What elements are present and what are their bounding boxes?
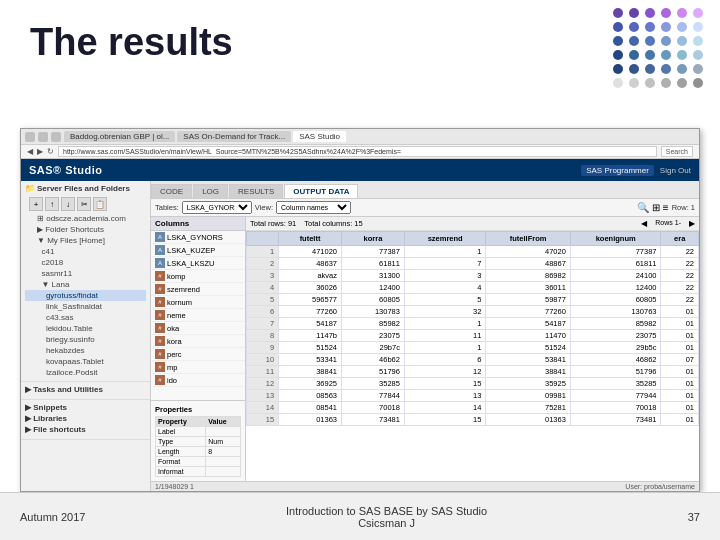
property-table: Property Value Label TypeNum Length8 For… bbox=[155, 416, 241, 477]
column-item-10[interactable]: #mp bbox=[151, 361, 245, 374]
sidebar-item-c43[interactable]: c43.sas bbox=[25, 312, 146, 323]
row-nav-left[interactable]: ◀ bbox=[641, 219, 647, 228]
sidebar-btn-2[interactable]: ↑ bbox=[45, 197, 59, 211]
col-header-1[interactable]: futeltt bbox=[279, 232, 342, 246]
col-name-10: mp bbox=[167, 363, 177, 372]
cell-8-0: 9 bbox=[247, 342, 279, 354]
total-cols-info: Total columns: 15 bbox=[304, 219, 362, 228]
decorative-dot-1 bbox=[629, 8, 639, 18]
column-item-11[interactable]: #ido bbox=[151, 374, 245, 387]
browser-tab-1[interactable]: SAS On-Demand for Track... bbox=[177, 131, 291, 142]
filter-icon[interactable]: 🔍 bbox=[637, 202, 649, 213]
nav-back[interactable]: ◀ bbox=[27, 147, 33, 156]
sidebar-item-sasmr11[interactable]: sasmr11 bbox=[25, 268, 146, 279]
cell-5-0: 6 bbox=[247, 306, 279, 318]
cell-6-3: 1 bbox=[404, 318, 485, 330]
column-item-0[interactable]: ALSKA_GYNORS bbox=[151, 231, 245, 244]
column-item-2[interactable]: ALSKA_LKSZU bbox=[151, 257, 245, 270]
browser-tabs: Baddog.obrenian GBP | ol...SAS On-Demand… bbox=[64, 131, 695, 142]
col-header-0[interactable] bbox=[247, 232, 279, 246]
column-item-7[interactable]: #oka bbox=[151, 322, 245, 335]
col-header-3[interactable]: szemrend bbox=[404, 232, 485, 246]
cell-1-3: 7 bbox=[404, 258, 485, 270]
sidebar-item-c41[interactable]: c41 bbox=[25, 246, 146, 257]
col-type-icon-8: # bbox=[155, 336, 165, 346]
window-close[interactable] bbox=[51, 132, 61, 142]
cell-10-3: 12 bbox=[404, 366, 485, 378]
sidebar-item-lana[interactable]: ▼ Lana bbox=[25, 279, 146, 290]
sas-tab-results[interactable]: RESULTS bbox=[229, 184, 283, 198]
status-right: User: proba/username bbox=[625, 483, 695, 490]
sidebar-item-briegy-susinfo[interactable]: briegy.susinfo bbox=[25, 334, 146, 345]
sidebar-item-sas-server[interactable]: ⊞ odscze.academia.com bbox=[25, 213, 146, 224]
sidebar-btn-4[interactable]: ✂ bbox=[77, 197, 91, 211]
col-header-4[interactable]: futellFrom bbox=[486, 232, 570, 246]
sas-programmer-btn[interactable]: SAS Programmer bbox=[581, 165, 654, 176]
sas-tab-log[interactable]: LOG bbox=[193, 184, 228, 198]
nav-refresh[interactable]: ↻ bbox=[47, 147, 54, 156]
cell-12-5: 77944 bbox=[570, 390, 661, 402]
sidebar-item-kovapaas-tablet[interactable]: kovapaas.Tablet bbox=[25, 356, 146, 367]
sidebar-item-my-files[interactable]: ▼ My Files [Home] bbox=[25, 235, 146, 246]
cell-13-5: 70018 bbox=[570, 402, 661, 414]
browser-tab-2[interactable]: SAS Studio bbox=[293, 131, 346, 142]
cell-9-3: 6 bbox=[404, 354, 485, 366]
cell-5-3: 32 bbox=[404, 306, 485, 318]
sidebar-item-lekidou-table[interactable]: lekidou.Table bbox=[25, 323, 146, 334]
decorative-dot-23 bbox=[693, 50, 703, 60]
status-left: 1/1948029 1 bbox=[155, 483, 194, 490]
search-input-bar[interactable]: Search bbox=[661, 146, 693, 157]
sas-sign-out[interactable]: Sign Out bbox=[660, 166, 691, 175]
browser-tab-0[interactable]: Baddog.obrenian GBP | ol... bbox=[64, 131, 175, 142]
column-item-8[interactable]: #kora bbox=[151, 335, 245, 348]
sidebar-item-lzailoce[interactable]: Izailoce.Podsit bbox=[25, 367, 146, 378]
sidebar-libraries-title: ▶ Libraries bbox=[25, 414, 146, 423]
sidebar-btn-5[interactable]: 📋 bbox=[93, 197, 107, 211]
decorative-dot-19 bbox=[629, 50, 639, 60]
col-type-icon-10: # bbox=[155, 362, 165, 372]
toolbar-view-label: View: bbox=[255, 203, 273, 212]
col-type-icon-4: # bbox=[155, 284, 165, 294]
decorative-dot-22 bbox=[677, 50, 687, 60]
table-icon[interactable]: ⊞ bbox=[652, 202, 660, 213]
row-nav-right[interactable]: ▶ bbox=[689, 219, 695, 228]
sas-tab-output_data[interactable]: OUTPUT DATA bbox=[284, 184, 358, 198]
col-header-6[interactable]: era bbox=[661, 232, 699, 246]
sidebar-item-gyorssas[interactable]: gyrotuss/findat bbox=[25, 290, 146, 301]
sidebar-item-hekabzdes[interactable]: hekabzdes bbox=[25, 345, 146, 356]
decorative-dot-33 bbox=[661, 78, 671, 88]
column-item-3[interactable]: #komp bbox=[151, 270, 245, 283]
prop-header-value: Value bbox=[206, 417, 241, 427]
view-dropdown[interactable]: Column names bbox=[276, 201, 351, 214]
nav-forward[interactable]: ▶ bbox=[37, 147, 43, 156]
col-name-0: LSKA_GYNORS bbox=[167, 233, 223, 242]
cell-7-6: 01 bbox=[661, 330, 699, 342]
prop-length: Length bbox=[156, 447, 206, 457]
column-config-icon[interactable]: ≡ bbox=[663, 202, 669, 213]
cell-3-1: 36026 bbox=[279, 282, 342, 294]
col-header-5[interactable]: koenignum bbox=[570, 232, 661, 246]
column-item-9[interactable]: #perc bbox=[151, 348, 245, 361]
sidebar-btn-1[interactable]: + bbox=[29, 197, 43, 211]
col-header-2[interactable]: korra bbox=[342, 232, 405, 246]
decorative-dot-9 bbox=[661, 22, 671, 32]
sidebar-btn-3[interactable]: ↓ bbox=[61, 197, 75, 211]
sas-tab-code[interactable]: CODE bbox=[151, 184, 192, 198]
window-maximize[interactable] bbox=[38, 132, 48, 142]
decorative-dots bbox=[613, 8, 705, 88]
window-minimize[interactable] bbox=[25, 132, 35, 142]
column-item-5[interactable]: #kornum bbox=[151, 296, 245, 309]
cell-11-2: 35285 bbox=[342, 378, 405, 390]
sidebar-item-folder-shortcuts[interactable]: ▶ Folder Shortcuts bbox=[25, 224, 146, 235]
tables-dropdown[interactable]: LSKA_GYNORS bbox=[182, 201, 252, 214]
sidebar-item-c2018[interactable]: c2018 bbox=[25, 257, 146, 268]
url-input[interactable] bbox=[58, 146, 657, 157]
column-item-1[interactable]: ALSKA_KUZEP bbox=[151, 244, 245, 257]
sidebar-item-link-sasfinaldat[interactable]: link_Sasfinaldat bbox=[25, 301, 146, 312]
toolbar-label-table: Tables: bbox=[155, 203, 179, 212]
column-item-4[interactable]: #szemrend bbox=[151, 283, 245, 296]
cell-6-2: 85982 bbox=[342, 318, 405, 330]
cell-11-3: 15 bbox=[404, 378, 485, 390]
cell-1-1: 48637 bbox=[279, 258, 342, 270]
column-item-6[interactable]: #neme bbox=[151, 309, 245, 322]
